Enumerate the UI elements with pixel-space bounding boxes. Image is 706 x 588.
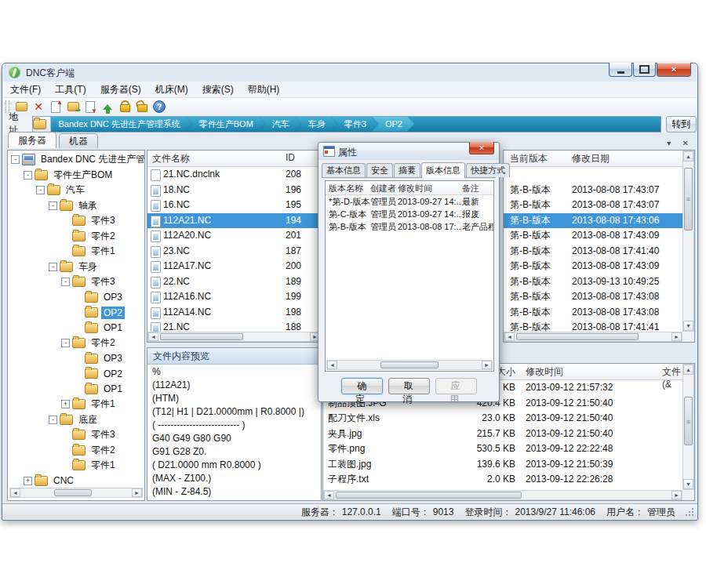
- resize-grip[interactable]: [686, 507, 694, 516]
- version-row-8[interactable]: 第-B-版本2013-08-08 17:43:08: [504, 289, 694, 305]
- tree-item-18[interactable]: 零件3: [8, 427, 144, 443]
- version-row-2[interactable]: 第-B-版本2013-08-08 17:43:07: [504, 198, 694, 213]
- scrollbar-track[interactable]: [158, 332, 310, 341]
- column-header-modified-time[interactable]: 修改时间: [398, 183, 432, 194]
- scroll-right-icon[interactable]: ►: [132, 488, 142, 497]
- attachment-horizontal-scrollbar[interactable]: ◄ ►: [323, 490, 682, 500]
- menu-item-3[interactable]: 机床(M): [148, 82, 195, 98]
- minimize-button[interactable]: [609, 63, 632, 77]
- tree-item-4[interactable]: 零件3: [8, 213, 144, 229]
- toolbar-upload-button[interactable]: [99, 99, 116, 114]
- tree-item-14[interactable]: OP2: [8, 366, 144, 382]
- tree-item-8[interactable]: -零件3: [8, 274, 144, 290]
- tree-expander-icon[interactable]: -: [49, 263, 57, 271]
- breadcrumb-segment-2[interactable]: 汽车: [259, 117, 301, 132]
- file-row-3[interactable]: 112A21.NC194: [147, 213, 321, 229]
- tree-expander-icon[interactable]: -: [24, 171, 32, 180]
- scrollbar-track[interactable]: [683, 162, 693, 321]
- scroll-left-icon[interactable]: ◄: [324, 491, 334, 499]
- tree-expander-icon[interactable]: -: [49, 416, 57, 424]
- version-list-horizontal-scrollbar[interactable]: ◄ ►: [504, 332, 682, 342]
- scroll-left-icon[interactable]: ◄: [10, 488, 20, 497]
- tree-item-19[interactable]: 零件2: [8, 443, 144, 459]
- version-row-7[interactable]: 第-B-版本2013-09-13 10:49:25: [504, 274, 694, 290]
- scrollbar-thumb[interactable]: [516, 333, 639, 340]
- file-list-horizontal-scrollbar[interactable]: ◄ ►: [147, 332, 321, 342]
- ok-button[interactable]: 确 定: [341, 378, 383, 394]
- column-header-id[interactable]: ID: [286, 152, 295, 163]
- attachment-row-2[interactable]: 配刀文件.xls23.0 KB2013-09-12 21:50:40: [323, 411, 694, 426]
- tree-item-15[interactable]: OP1: [8, 382, 144, 397]
- dialog-tab-0[interactable]: 基本信息: [322, 163, 366, 177]
- toolbar-help-button[interactable]: [151, 99, 168, 114]
- menu-item-1[interactable]: 工具(T): [48, 82, 93, 98]
- menu-item-2[interactable]: 服务器(S): [93, 82, 148, 98]
- maximize-button[interactable]: [633, 63, 656, 77]
- scroll-left-icon[interactable]: ◄: [327, 361, 337, 369]
- dialog-tab-1[interactable]: 安全: [366, 163, 393, 177]
- column-header-version-name[interactable]: 版本名称: [329, 183, 363, 194]
- column-header-creator[interactable]: 创建者: [370, 183, 396, 194]
- file-row-5[interactable]: 23.NC187: [147, 244, 321, 260]
- close-button[interactable]: ✕: [657, 63, 691, 77]
- breadcrumb-segment-1[interactable]: 零件生产BOM: [186, 117, 265, 132]
- dialog-tab-2[interactable]: 摘要: [394, 163, 420, 177]
- version-list-vertical-scrollbar[interactable]: ▲ ▼: [682, 151, 694, 332]
- dialog-tab-3[interactable]: 版本信息: [421, 162, 465, 178]
- attachment-vertical-scrollbar[interactable]: ▲ ▼: [682, 364, 694, 490]
- file-row-7[interactable]: 22.NC189: [147, 274, 321, 290]
- dialog-version-row-1[interactable]: 第-C-版本管理员2013-09-27 14:...报废: [326, 208, 493, 220]
- tree-item-20[interactable]: 零件1: [8, 458, 144, 474]
- scrollbar-track[interactable]: [334, 491, 671, 499]
- scrollbar-track[interactable]: [683, 375, 693, 479]
- tree-item-16[interactable]: +零件1: [8, 397, 144, 412]
- toolbar-export-folder-button[interactable]: [64, 99, 82, 114]
- file-row-0[interactable]: 21.NC.dnclnk208: [147, 167, 321, 183]
- breadcrumb-segment-4[interactable]: 零件3: [331, 117, 378, 132]
- column-header-current-version[interactable]: 当前版本: [510, 152, 548, 165]
- toolbar-delete-button[interactable]: [30, 99, 47, 114]
- scrollbar-thumb[interactable]: [684, 168, 693, 230]
- file-row-8[interactable]: 112A16.NC199: [147, 289, 321, 305]
- tree-item-17[interactable]: -底座: [8, 412, 144, 428]
- tree-item-2[interactable]: -汽车: [8, 183, 144, 198]
- view-tab-0[interactable]: 服务器: [8, 132, 56, 148]
- tree-expander-icon[interactable]: -: [36, 186, 45, 194]
- scrollbar-thumb[interactable]: [54, 489, 92, 496]
- column-header-filename[interactable]: 文件名称: [152, 152, 190, 165]
- scrollbar-thumb[interactable]: [684, 397, 693, 445]
- tree-item-11[interactable]: OP1: [8, 321, 144, 336]
- scroll-down-icon[interactable]: ▼: [683, 479, 693, 489]
- tree-item-7[interactable]: -车身: [8, 260, 144, 275]
- version-row-5[interactable]: 第-B-版本2013-08-08 17:41:40: [504, 244, 694, 260]
- breadcrumb-segment-0[interactable]: Bandex DNC 先进生产管理系统: [51, 117, 192, 132]
- column-header-modified-date[interactable]: 修改日期: [572, 152, 610, 165]
- close-view-icon[interactable]: ✕: [682, 139, 689, 147]
- scrollbar-track[interactable]: [20, 488, 132, 497]
- go-button[interactable]: 转到: [666, 116, 697, 132]
- breadcrumb-segment-3[interactable]: 车身: [295, 117, 337, 132]
- version-row-3[interactable]: 第-B-版本2013-08-08 17:43:06: [504, 213, 694, 229]
- menu-item-5[interactable]: 帮助(H): [241, 82, 287, 98]
- scrollbar-track[interactable]: [515, 332, 671, 341]
- scroll-left-icon[interactable]: ◄: [504, 332, 515, 341]
- tree-item-13[interactable]: OP3: [8, 351, 144, 367]
- tree-expander-icon[interactable]: -: [61, 339, 70, 347]
- version-row-1[interactable]: 第-B-版本2013-08-08 17:43:07: [504, 183, 694, 198]
- tree-item-3[interactable]: -轴承: [8, 198, 144, 214]
- scroll-left-icon[interactable]: ◄: [148, 332, 158, 341]
- tree-item-5[interactable]: 零件2: [8, 229, 144, 245]
- tree-expander-icon[interactable]: -: [61, 278, 70, 286]
- tree-expander-icon[interactable]: +: [24, 477, 32, 485]
- scroll-right-icon[interactable]: ►: [482, 361, 492, 369]
- file-row-1[interactable]: 18.NC196: [147, 183, 321, 198]
- tree-item-6[interactable]: 零件1: [8, 244, 144, 260]
- dialog-close-button[interactable]: ✕: [469, 142, 494, 154]
- tree-expander-icon[interactable]: -: [11, 155, 20, 164]
- menu-item-4[interactable]: 搜索(S): [195, 82, 241, 98]
- tree-item-0[interactable]: -Bandex DNC 先进生产管理系统: [8, 152, 144, 168]
- tree-item-12[interactable]: -零件2: [8, 336, 144, 351]
- scroll-right-icon[interactable]: ►: [671, 491, 682, 499]
- toolbar-unlock-button[interactable]: [133, 99, 151, 114]
- toolbar-lock-button[interactable]: [116, 99, 133, 114]
